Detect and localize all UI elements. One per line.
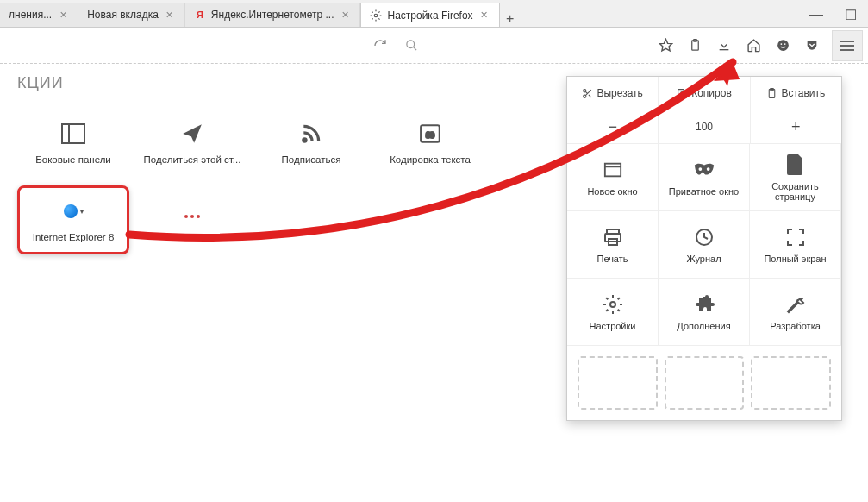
tool-label: Поделиться этой ст...: [144, 154, 241, 165]
paste-icon: [766, 88, 777, 99]
ie-icon: ▾: [59, 198, 87, 225]
menu-new-window[interactable]: Новое окно: [567, 144, 659, 211]
cut-button[interactable]: Вырезать: [567, 77, 659, 110]
tab-label: Яндекс.Интернетометр ...: [211, 9, 334, 21]
tool-share[interactable]: Поделиться этой ст...: [136, 108, 248, 177]
menu-print[interactable]: Печать: [567, 211, 659, 279]
clock-icon: [693, 226, 715, 248]
puzzle-icon: [693, 293, 715, 316]
menu-private-window[interactable]: Приватное окно: [659, 144, 750, 211]
tab-1[interactable]: Новая вкладка ✕: [78, 3, 185, 27]
tool-lastpass[interactable]: [136, 185, 248, 254]
svg-point-8: [780, 43, 782, 45]
hamburger-menu-panel: Вырезать Копиров Вставить − 100 +: [566, 76, 842, 421]
drop-slot[interactable]: [578, 356, 658, 410]
menu-label: Разработка: [770, 321, 821, 331]
svg-point-12: [303, 139, 306, 141]
window-maximize-button[interactable]: ☐: [834, 3, 868, 27]
close-icon[interactable]: ✕: [339, 9, 351, 21]
sidebar-icon: [59, 120, 87, 147]
fullscreen-icon: [784, 226, 807, 248]
svg-point-0: [375, 14, 378, 17]
menu-label: Печать: [596, 254, 628, 264]
zoom-out-button[interactable]: −: [567, 110, 659, 143]
home-button[interactable]: [740, 33, 766, 59]
tool-sidebar[interactable]: Боковые панели: [17, 108, 129, 177]
encoding-icon: æ: [416, 120, 444, 147]
search-input[interactable]: [429, 35, 649, 57]
menu-addons[interactable]: Дополнения: [659, 279, 750, 346]
tool-subscribe[interactable]: Подписаться: [255, 108, 367, 177]
close-icon[interactable]: ✕: [164, 9, 176, 21]
tab-label: лнения...: [9, 9, 52, 21]
menu-label: Дополнения: [677, 321, 730, 331]
close-icon[interactable]: ✕: [478, 9, 490, 22]
paperplane-icon: [178, 120, 206, 147]
gear-icon: [602, 293, 624, 316]
svg-point-7: [777, 40, 789, 51]
tab-label: Новая вкладка: [87, 9, 159, 21]
svg-line-19: [586, 91, 588, 93]
clipboard-button[interactable]: [682, 33, 708, 59]
zoom-in-button[interactable]: +: [751, 110, 841, 143]
copy-button[interactable]: Копиров: [659, 77, 750, 110]
menu-button[interactable]: [832, 30, 863, 61]
wrench-icon: [784, 293, 807, 316]
settings-favicon-icon: [370, 9, 382, 22]
tab-0[interactable]: лнения... ✕: [0, 3, 78, 27]
tool-internet-explorer[interactable]: ▾ Internet Explorer 8: [17, 185, 129, 254]
svg-point-1: [406, 41, 414, 48]
svg-point-26: [698, 167, 702, 171]
menu-history[interactable]: Журнал: [659, 211, 750, 279]
tab-label: Настройка Firefox: [387, 9, 472, 22]
menu-developer[interactable]: Разработка: [750, 279, 841, 346]
yandex-favicon-icon: Я: [194, 9, 206, 21]
tab-3[interactable]: Настройка Firefox ✕: [360, 3, 499, 27]
scissors-icon: [582, 88, 593, 99]
reload-button[interactable]: [367, 33, 393, 59]
tool-label: Подписаться: [282, 154, 341, 165]
svg-line-2: [413, 47, 416, 50]
cut-label: Вырезать: [596, 87, 642, 99]
tab-bar: лнения... ✕ Новая вкладка ✕ Я Яндекс.Инт…: [0, 0, 868, 28]
menu-fullscreen[interactable]: Полный экран: [750, 211, 841, 279]
menu-label: Сохранить страницу: [753, 181, 837, 202]
svg-point-32: [610, 302, 615, 307]
print-icon: [602, 226, 624, 248]
window-icon: [602, 159, 624, 181]
svg-point-9: [784, 43, 785, 45]
drop-slot[interactable]: [665, 356, 745, 410]
pocket-button[interactable]: [799, 33, 825, 59]
bookmark-star-button[interactable]: [653, 33, 678, 59]
file-icon: [784, 154, 807, 176]
menu-settings[interactable]: Настройки: [567, 279, 659, 346]
menu-label: Новое окно: [587, 186, 637, 197]
window-minimize-button[interactable]: —: [799, 3, 834, 27]
downloads-button[interactable]: [711, 33, 737, 59]
section-title: КЦИИ: [17, 74, 540, 92]
tool-label: Internet Explorer 8: [33, 232, 115, 242]
lastpass-icon: [178, 203, 206, 230]
tab-2[interactable]: Я Яндекс.Интернетометр ... ✕: [185, 3, 361, 27]
svg-rect-10: [62, 124, 84, 143]
hello-button[interactable]: [770, 33, 796, 59]
close-icon[interactable]: ✕: [57, 9, 69, 21]
paste-button[interactable]: Вставить: [751, 77, 841, 110]
paste-label: Вставить: [781, 87, 825, 99]
search-icon: [398, 33, 424, 59]
tool-encoding[interactable]: æ Кодировка текста: [374, 108, 486, 177]
menu-save-page[interactable]: Сохранить страницу: [750, 144, 841, 211]
copy-icon: [677, 88, 688, 99]
zoom-value[interactable]: 100: [659, 110, 750, 143]
new-tab-button[interactable]: +: [500, 11, 521, 27]
menu-label: Полный экран: [764, 254, 826, 264]
drop-slot[interactable]: [751, 356, 831, 410]
browser-toolbar: [0, 28, 868, 64]
empty-drop-slots[interactable]: [567, 346, 841, 420]
svg-text:æ: æ: [426, 129, 435, 141]
mask-icon: [693, 159, 715, 181]
svg-point-27: [706, 167, 709, 171]
tool-label: Боковые панели: [35, 154, 111, 165]
rss-icon: [297, 120, 325, 147]
menu-panel-dropzone: Вырезать Копиров Вставить − 100 +: [558, 64, 868, 502]
